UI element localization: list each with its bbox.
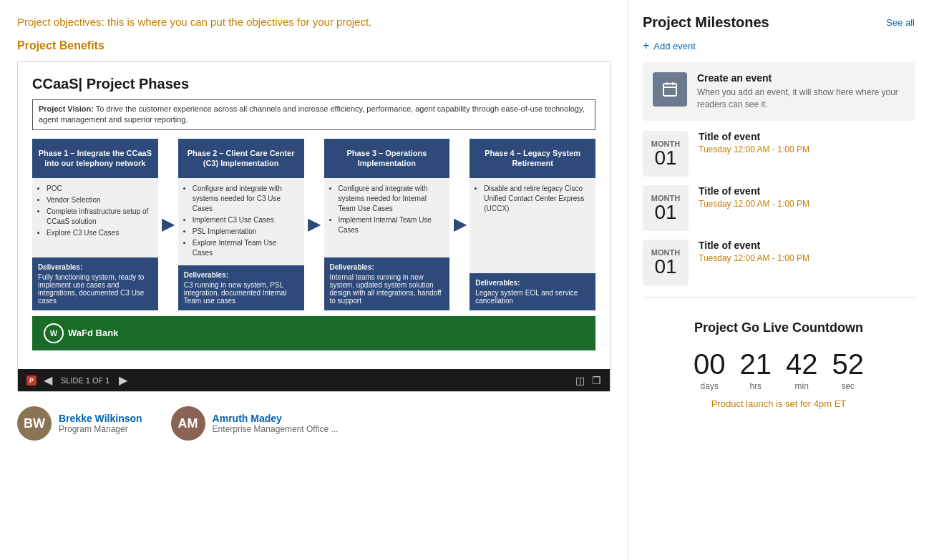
- phase-1-col: Phase 1 – Integrate the CCaaS into our t…: [32, 139, 158, 310]
- phase-4-col: Phase 4 – Legacy System Retirement Disab…: [470, 139, 595, 310]
- countdown-numbers: 00 days 21 hrs 42 min 52 sec: [643, 350, 915, 391]
- countdown-min-num: 42: [786, 350, 818, 378]
- plus-icon: +: [643, 39, 649, 52]
- vision-label: Project Vision:: [39, 104, 94, 113]
- phase-4-header: Phase 4 – Legacy System Retirement: [470, 139, 595, 178]
- event-title-3: Title of event: [699, 240, 809, 251]
- member-name-amruth: Amruth Madey: [213, 413, 339, 424]
- avatar-placeholder-brekke: BW: [17, 406, 52, 441]
- view-icon[interactable]: ◫: [575, 375, 585, 386]
- wafd-brand: WaFd Bank: [68, 328, 118, 338]
- right-panel: Project Milestones See all + Add event C…: [628, 0, 929, 560]
- event-item-2: Month 01 Title of event Tuesday 12:00 AM…: [643, 185, 915, 231]
- event-day-2: 01: [654, 202, 676, 222]
- vision-text: To drive the customer experience across …: [39, 104, 585, 124]
- countdown-min-label: min: [795, 381, 809, 391]
- countdown-days-label: days: [701, 381, 719, 391]
- countdown-sec-label: sec: [841, 381, 855, 391]
- countdown-sec: 52 sec: [832, 350, 865, 391]
- wafd-icon: W: [44, 323, 64, 343]
- event-day-3: 01: [654, 257, 676, 277]
- countdown-days: 00 days: [694, 350, 726, 391]
- event-item-3: Month 01 Title of event Tuesday 12:00 AM…: [643, 240, 915, 285]
- member-info-brekke: Brekke Wilkinson Program Manager: [59, 413, 142, 434]
- slide-controls-left: P ◀ SLIDE 1 OF 1 ▶: [26, 373, 130, 387]
- vision-box: Project Vision: To drive the customer ex…: [32, 99, 595, 130]
- member-role-brekke: Program Manager: [59, 424, 142, 434]
- arrow-3: ▶: [452, 139, 467, 310]
- left-panel: Project objectives: this is where you ca…: [0, 0, 628, 560]
- project-benefits-title: Project Benefits: [17, 39, 611, 52]
- phase-1-header: Phase 1 – Integrate the CCaaS into our t…: [32, 139, 158, 178]
- wafd-logo: W WaFd Bank: [44, 323, 118, 343]
- slide-title: CCaaS| Project Phases: [32, 76, 595, 92]
- countdown-min: 42 min: [786, 350, 818, 391]
- team-member-2: AM Amruth Madey Enterprise Management Of…: [171, 406, 339, 441]
- phase-2-deliverables: Deliverables: C3 running in new system, …: [178, 265, 304, 310]
- countdown-hrs-num: 21: [740, 350, 772, 378]
- event-time-3: Tuesday 12:00 AM - 1:00 PM: [699, 253, 809, 263]
- add-event-button[interactable]: + Add event: [643, 39, 696, 52]
- countdown-section: Project Go Live Countdown 00 days 21 hrs…: [643, 309, 915, 421]
- phase-4-body: Disable and retire legacy Cisco Unified …: [470, 178, 595, 273]
- event-date-box-2: Month 01: [643, 185, 689, 231]
- slide-content: CCaaS| Project Phases Project Vision: To…: [18, 62, 610, 369]
- create-event-text: Create an event When you add an event, i…: [697, 72, 905, 111]
- event-time-2: Tuesday 12:00 AM - 1:00 PM: [699, 199, 809, 209]
- slide-indicator: SLIDE 1 OF 1: [61, 376, 110, 385]
- arrow-icon-2: ▶: [308, 215, 320, 234]
- avatar-amruth: AM: [171, 406, 205, 441]
- milestones-title: Project Milestones: [643, 14, 769, 31]
- phase-3-header: Phase 3 – Operations Implementation: [324, 139, 450, 178]
- calendar-icon-box: [653, 72, 687, 107]
- phase-3-body: Configure and integrate with systems nee…: [324, 178, 450, 257]
- event-date-box-3: Month 01: [643, 240, 689, 285]
- member-info-amruth: Amruth Madey Enterprise Management Offic…: [213, 413, 339, 434]
- event-time-1: Tuesday 12:00 AM - 1:00 PM: [699, 144, 809, 154]
- phase-2-header: Phase 2 – Client Care Center (C3) Implem…: [178, 139, 304, 178]
- create-event-title: Create an event: [697, 72, 905, 84]
- phase-1-deliverables: Deliverables: Fully functioning system, …: [32, 257, 158, 310]
- next-slide-button[interactable]: ▶: [116, 373, 130, 387]
- member-role-amruth: Enterprise Management Office ...: [213, 424, 339, 434]
- phase-4-deliverables: Deliverables: Legacy system EOL and serv…: [470, 273, 595, 310]
- team-members: BW Brekke Wilkinson Program Manager AM A…: [17, 406, 611, 441]
- phase-1-body: POC Vendor Selection Complete infrastruc…: [32, 178, 158, 257]
- countdown-note: Product launch is set for 4pm ET: [643, 398, 915, 409]
- avatar-placeholder-amruth: AM: [171, 406, 205, 441]
- arrow-icon-1: ▶: [162, 215, 174, 234]
- phases-grid: Phase 1 – Integrate the CCaaS into our t…: [32, 139, 595, 310]
- svg-rect-0: [663, 84, 676, 96]
- slide-container: CCaaS| Project Phases Project Vision: To…: [17, 61, 611, 392]
- event-details-2: Title of event Tuesday 12:00 AM - 1:00 P…: [699, 185, 809, 209]
- event-item-1: Month 01 Title of event Tuesday 12:00 AM…: [643, 131, 915, 177]
- divider: [643, 297, 915, 298]
- countdown-hrs: 21 hrs: [740, 350, 772, 391]
- calendar-icon: [661, 81, 678, 98]
- avatar-brekke: BW: [17, 406, 52, 441]
- prev-slide-button[interactable]: ◀: [41, 373, 55, 387]
- phase-2-col: Phase 2 – Client Care Center (C3) Implem…: [178, 139, 304, 310]
- event-day-1: 01: [654, 148, 676, 168]
- see-all-link[interactable]: See all: [886, 17, 915, 28]
- countdown-hrs-label: hrs: [749, 381, 762, 391]
- slide-nav[interactable]: ◀ SLIDE 1 OF 1 ▶: [41, 373, 130, 387]
- arrow-1: ▶: [161, 139, 175, 310]
- countdown-days-num: 00: [694, 350, 726, 378]
- create-event-description: When you add an event, it will show here…: [697, 87, 905, 111]
- create-event-card: Create an event When you add an event, i…: [643, 62, 915, 121]
- member-name-brekke: Brekke Wilkinson: [59, 413, 142, 424]
- slide-controls-bar: P ◀ SLIDE 1 OF 1 ▶ ◫ ❐: [18, 369, 610, 391]
- add-event-label: Add event: [653, 41, 696, 51]
- event-details-3: Title of event Tuesday 12:00 AM - 1:00 P…: [699, 240, 809, 263]
- team-member-1: BW Brekke Wilkinson Program Manager: [17, 406, 142, 441]
- arrow-icon-3: ▶: [454, 215, 466, 234]
- arrow-2: ▶: [307, 139, 321, 310]
- phase-2-body: Configure and integrate with systems nee…: [178, 178, 304, 265]
- slide-footer: W WaFd Bank: [32, 316, 595, 350]
- phase-3-col: Phase 3 – Operations Implementation Conf…: [324, 139, 450, 310]
- event-details-1: Title of event Tuesday 12:00 AM - 1:00 P…: [699, 131, 809, 154]
- fullscreen-icon[interactable]: ❐: [592, 375, 601, 386]
- countdown-sec-num: 52: [832, 350, 865, 378]
- countdown-title: Project Go Live Countdown: [643, 320, 915, 335]
